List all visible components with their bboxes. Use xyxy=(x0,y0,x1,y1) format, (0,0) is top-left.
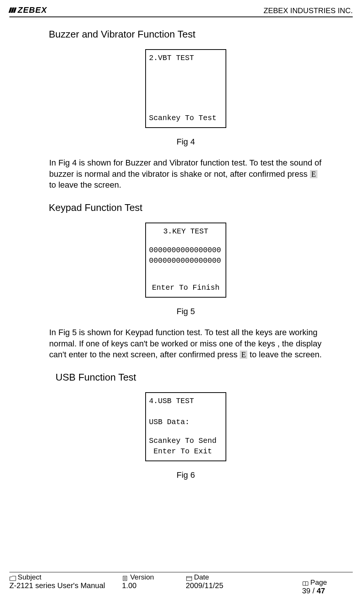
footer-columns: Subject Z-2121 series User's Manual Vers… xyxy=(9,573,353,595)
footer-rule xyxy=(9,572,353,572)
page-sep: / xyxy=(310,587,317,595)
label-text: Page xyxy=(310,578,327,587)
lcd-line: Scankey To Test xyxy=(149,113,223,123)
footer-col-date: Date 2009/11/25 xyxy=(186,573,261,595)
footer-label-subject: Subject xyxy=(9,573,122,581)
section-buzzer-vibrator: Buzzer and Vibrator Function Test 2.VBT … xyxy=(49,29,323,191)
calendar-icon xyxy=(186,575,193,580)
lcd-blank xyxy=(149,237,223,245)
page-total: 47 xyxy=(317,587,325,595)
footer-label-version: Version xyxy=(122,573,186,581)
section-usb: USB Function Test 4.USB TEST USB Data: S… xyxy=(49,372,323,480)
lcd-line: Scankey To Send xyxy=(149,436,223,446)
figure-caption: Fig 4 xyxy=(49,137,323,147)
footer-col-page: Page 39 / 47 xyxy=(261,573,364,595)
document-icon xyxy=(122,575,129,580)
section-title: Keypad Function Test xyxy=(49,202,323,214)
section-title: Buzzer and Vibrator Function Test xyxy=(49,29,323,40)
figure-caption: Fig 5 xyxy=(49,307,323,316)
keycap-e: E xyxy=(310,170,317,178)
logo: ZEBEX xyxy=(9,5,47,15)
footer-label-date: Date xyxy=(186,573,261,581)
lcd-screenshot-fig6: 4.USB TEST USB Data: Scankey To Send Ent… xyxy=(145,392,226,461)
page-header: ZEBEX ZEBEX INDUSTRIES INC. xyxy=(9,5,353,17)
lcd-line: Enter To Finish xyxy=(149,283,223,293)
text-span: to leave the screen. xyxy=(49,180,121,190)
page-footer: Subject Z-2121 series User's Manual Vers… xyxy=(9,572,353,595)
label-text: Version xyxy=(130,573,154,581)
text-span: In Fig 4 is shown for Buzzer and Vibrato… xyxy=(49,158,322,179)
lcd-line: 0000000000000000 xyxy=(149,245,223,256)
footer-value-date: 2009/11/25 xyxy=(186,581,261,590)
label-text: Date xyxy=(194,573,209,581)
lcd-screenshot-fig5: 3.KEY TEST 0000000000000000 000000000000… xyxy=(145,223,226,298)
lcd-line: 2.VBT TEST xyxy=(149,53,223,63)
lcd-line: 0000000000000000 xyxy=(149,256,223,266)
footer-value-subject: Z-2121 series User's Manual xyxy=(9,581,122,590)
content-area: Buzzer and Vibrator Function Test 2.VBT … xyxy=(41,29,323,480)
footer-value-version: 1.00 xyxy=(122,581,186,590)
section-title: USB Function Test xyxy=(56,372,323,383)
lcd-blank xyxy=(149,406,223,417)
keycap-e: E xyxy=(240,351,247,359)
svg-rect-4 xyxy=(187,576,192,581)
text-span: to leave the screen. xyxy=(247,350,322,359)
footer-value-page: 39 / 47 xyxy=(302,587,327,595)
section-keypad: Keypad Function Test 3.KEY TEST 00000000… xyxy=(49,202,323,360)
lcd-line: USB Data: xyxy=(149,417,223,427)
paragraph: In Fig 4 is shown for Buzzer and Vibrato… xyxy=(49,157,323,191)
footer-col-version: Version 1.00 xyxy=(122,573,186,595)
footer-label-page: Page xyxy=(302,578,327,587)
figure-caption: Fig 6 xyxy=(49,470,323,480)
lcd-line: 4.USB TEST xyxy=(149,396,223,406)
lcd-screenshot-fig4: 2.VBT TEST Scankey To Test xyxy=(145,49,226,128)
paragraph: In Fig 5 is shown for Keypad function te… xyxy=(49,327,323,360)
book-icon xyxy=(302,580,309,585)
company-name: ZEBEX INDUSTRIES INC. xyxy=(263,6,353,15)
logo-bars-icon xyxy=(9,8,16,13)
footer-col-subject: Subject Z-2121 series User's Manual xyxy=(9,573,122,595)
label-text: Subject xyxy=(18,573,41,581)
lcd-blank xyxy=(149,427,223,436)
page-current: 39 xyxy=(302,587,310,595)
folder-icon xyxy=(9,575,16,580)
lcd-line: 3.KEY TEST xyxy=(149,226,223,237)
lcd-line: Enter To Exit xyxy=(149,446,223,457)
logo-text: ZEBEX xyxy=(18,5,47,15)
